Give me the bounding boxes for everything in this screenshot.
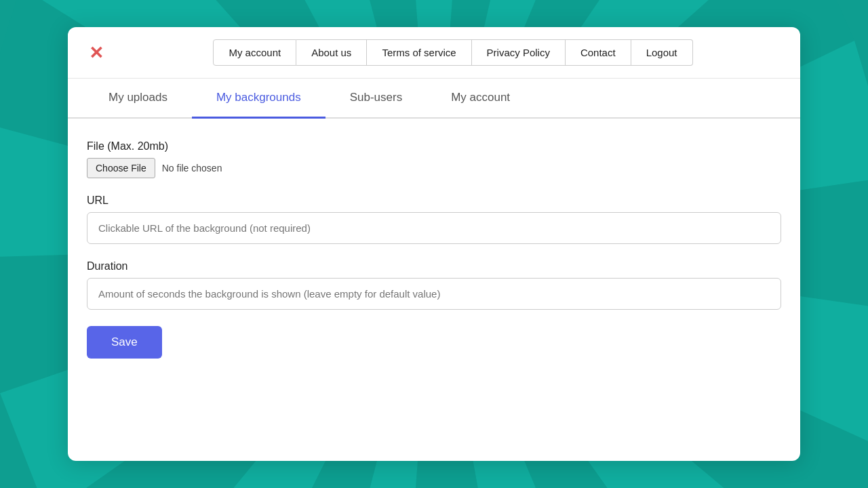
nav-logout[interactable]: Logout [631,39,693,66]
tab-my-account[interactable]: My account [427,79,534,119]
duration-input[interactable] [87,278,781,310]
save-button[interactable]: Save [87,326,162,359]
tabs-bar: My uploads My backgrounds Sub-users My a… [68,79,800,119]
nav-about-us[interactable]: About us [296,39,367,66]
tab-my-backgrounds[interactable]: My backgrounds [192,79,326,119]
close-icon: ✕ [89,44,104,62]
modal-body: File (Max. 20mb) Choose File No file cho… [68,119,800,380]
file-label: File (Max. 20mb) [87,140,781,152]
modal-container: ✕ My account About us Terms of service P… [68,27,800,461]
file-input-row: Choose File No file chosen [87,158,781,178]
no-file-text: No file chosen [162,163,222,174]
nav-contact[interactable]: Contact [566,39,631,66]
tab-sub-users[interactable]: Sub-users [326,79,427,119]
modal-header: ✕ My account About us Terms of service P… [68,27,800,79]
choose-file-button[interactable]: Choose File [87,158,155,178]
close-button[interactable]: ✕ [84,41,108,65]
nav-terms-of-service[interactable]: Terms of service [367,39,471,66]
url-form-group: URL [87,195,781,244]
nav-my-account[interactable]: My account [213,39,296,66]
duration-label: Duration [87,260,781,272]
url-label: URL [87,195,781,207]
duration-form-group: Duration [87,260,781,310]
nav-menu: My account About us Terms of service Pri… [122,39,784,66]
url-input[interactable] [87,212,781,244]
file-form-group: File (Max. 20mb) Choose File No file cho… [87,140,781,178]
nav-privacy-policy[interactable]: Privacy Policy [472,39,566,66]
tab-my-uploads[interactable]: My uploads [84,79,192,119]
